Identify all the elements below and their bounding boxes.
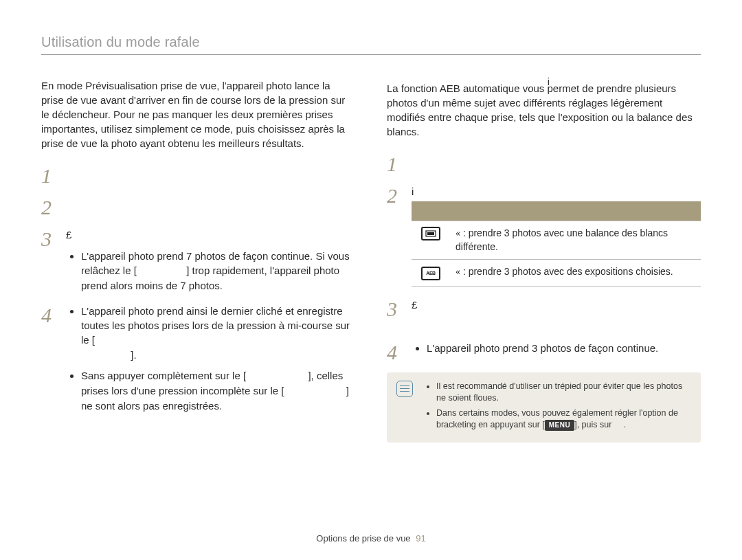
note-box: Il est recommandé d'utiliser un trépied … (387, 372, 701, 443)
menu-chip: MENU (545, 420, 574, 431)
footer-section: Options de prise de vue (316, 533, 410, 544)
shutter-glyph-right: £ (412, 298, 417, 312)
footer: Options de prise de vue 91 (0, 533, 742, 544)
options-table: « : prendre 3 photos avec une balance de… (412, 201, 701, 287)
right-intro: La fonction AEB automatique vous permet … (387, 81, 701, 139)
bracket-gap-4 (284, 385, 346, 397)
left-column: En mode Prévisualisation prise de vue, l… (41, 78, 355, 443)
page-title: Utilisation du mode rafale (41, 34, 701, 55)
table-row: « : prendre 3 photos avec une balance de… (412, 221, 701, 260)
left-intro: En mode Prévisualisation prise de vue, l… (41, 78, 355, 150)
left-step-4-bullet-1: L'appareil photo prend ainsi le dernier … (81, 304, 355, 363)
txt1: : prendre 3 photos avec une balance des … (456, 227, 668, 252)
left-step-3: £ L'appareil photo prend 7 photos de faç… (41, 227, 355, 293)
page: Utilisation du mode rafale En mode Prévi… (0, 0, 742, 560)
ae-bracket-icon-cell: AEB (412, 259, 450, 286)
note-list: Il est recommandé d'utiliser un trépied … (425, 381, 691, 434)
table-header-icon (412, 201, 450, 221)
right-step-4-bullets: L'appareil photo prend 3 photos de façon… (412, 341, 701, 355)
wb-bracket-icon-cell (412, 221, 450, 260)
table-row-1-desc: « : prendre 3 photos avec une balance de… (450, 221, 701, 260)
left-steps: £ L'appareil photo prend 7 photos de faç… (41, 164, 355, 413)
s4b1b: ]. (131, 349, 136, 361)
left-step-2 (41, 196, 355, 216)
right-step-4-bullet: L'appareil photo prend 3 photos de façon… (427, 341, 701, 355)
note-icon (396, 381, 413, 397)
right-step-4: L'appareil photo prend 3 photos de façon… (387, 341, 701, 361)
n2b: ], puis sur (574, 420, 611, 429)
q2: « (456, 267, 460, 277)
right-column: i La fonction AEB automatique vous perme… (387, 78, 701, 443)
txt2: : prendre 3 photos avec des expositions … (460, 266, 673, 277)
left-step-4-bullets: L'appareil photo prend ainsi le dernier … (66, 304, 355, 413)
wb-bracket-icon (421, 227, 440, 240)
s4b1a: L'appareil photo prend ainsi le dernier … (81, 305, 350, 346)
q1: « (456, 228, 460, 238)
left-step-3-bullets: L'appareil photo prend 7 photos de façon… (66, 249, 355, 293)
heading-glyph: i (548, 74, 550, 89)
left-step-1 (41, 164, 355, 185)
shutter-glyph: £ (66, 227, 71, 242)
svg-rect-1 (427, 232, 434, 235)
right-step-3: £ (387, 298, 701, 330)
bracket-gap-2 (81, 349, 131, 361)
right-steps: i (387, 153, 701, 361)
table-header-desc (450, 201, 701, 221)
bracket-gap-1 (137, 265, 186, 277)
bracket-gap-3 (246, 370, 308, 382)
n2c: . (624, 420, 626, 429)
table-row: AEB « : prendre 3 photos avec des exposi… (412, 259, 701, 286)
note-item-2: Dans certains modes, vous pouvez égaleme… (436, 407, 691, 432)
note-icon-wrap (396, 381, 416, 434)
left-step-3-bullet-1: L'appareil photo prend 7 photos de façon… (81, 249, 355, 293)
right-step-1 (387, 153, 701, 173)
left-step-4-bullet-2: Sans appuyer complètement sur le [ ], ce… (81, 368, 355, 413)
s4b2a: Sans appuyer complètement sur le [ (81, 370, 246, 381)
left-step-4: L'appareil photo prend ainsi le dernier … (41, 304, 355, 413)
table-row-2-desc: « : prendre 3 photos avec des exposition… (450, 259, 701, 286)
ae-bracket-icon: AEB (421, 267, 440, 280)
footer-page-number: 91 (416, 533, 425, 544)
right-step-2: i (387, 184, 701, 287)
note-item-1: Il est recommandé d'utiliser un trépied … (436, 381, 691, 405)
page-title-text: Utilisation du mode rafale (41, 34, 200, 49)
i-glyph: i (412, 184, 414, 199)
columns: En mode Prévisualisation prise de vue, l… (41, 78, 701, 443)
